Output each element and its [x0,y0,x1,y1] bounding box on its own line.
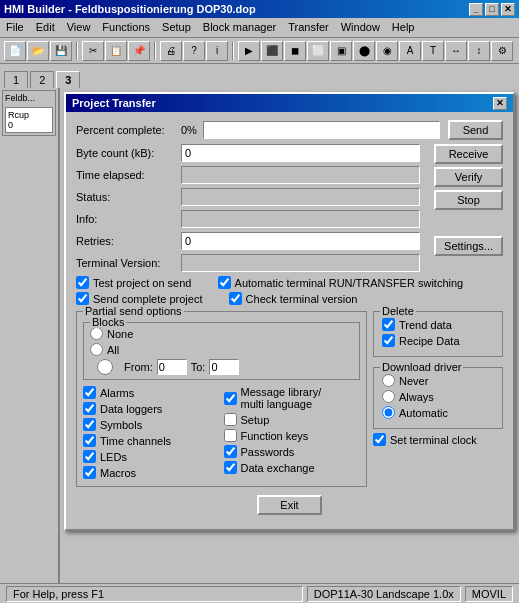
check-send-complete-label: Send complete project [93,293,202,305]
tool3[interactable]: ◼ [284,41,306,61]
set-terminal-clock-checkbox[interactable] [373,433,386,446]
receive-button[interactable]: Receive [434,144,503,164]
set-terminal-clock-label: Set terminal clock [390,434,477,446]
tool10[interactable]: ↔ [445,41,467,61]
from-to-row: From: To: [90,359,353,375]
tool5[interactable]: ▣ [330,41,352,61]
recipe-data-checkbox[interactable] [382,334,395,347]
retries-input[interactable] [181,232,420,250]
send-button[interactable]: Send [448,120,503,140]
to-input[interactable] [209,359,239,375]
check-data-loggers: Data loggers [83,402,220,415]
check-function-keys-input[interactable] [224,429,237,442]
tab-1[interactable]: 1 [4,71,28,88]
exit-button[interactable]: Exit [257,495,322,515]
menu-transfer[interactable]: Transfer [282,20,335,35]
check-leds-input[interactable] [83,450,96,463]
delete-group: Delete Trend data Recipe Data [373,311,503,357]
radio-always[interactable] [382,390,395,403]
save-button[interactable]: 💾 [50,41,72,61]
tab-2[interactable]: 2 [30,71,54,88]
check-alarms-label: Alarms [100,387,134,399]
check-auto-terminal[interactable] [218,276,231,289]
settings-button[interactable]: Settings... [434,236,503,256]
tool12[interactable]: ⚙ [491,41,513,61]
blocks-title: Blocks [90,316,126,328]
to-label: To: [191,361,206,373]
check-time-channels-input[interactable] [83,434,96,447]
retries-label: Retries: [76,235,181,247]
check-symbols-input[interactable] [83,418,96,431]
radio-automatic[interactable] [382,406,395,419]
tool11[interactable]: ↕ [468,41,490,61]
time-elapsed-label: Time elapsed: [76,169,181,181]
check-check-terminal[interactable] [229,292,242,305]
close-button[interactable]: ✕ [501,3,515,16]
dialog-close-button[interactable]: ✕ [493,97,507,110]
check-data-loggers-label: Data loggers [100,403,162,415]
paste-button[interactable]: 📌 [128,41,150,61]
terminal-version-input [181,254,420,272]
check-setup-input[interactable] [224,413,237,426]
byte-count-input[interactable]: 0 [181,144,420,162]
info-input [181,210,420,228]
tool4[interactable]: ⬜ [307,41,329,61]
help-button[interactable]: ? [183,41,205,61]
tool7[interactable]: ◉ [376,41,398,61]
trend-data-checkbox[interactable] [382,318,395,331]
progress-bar-container [203,121,440,139]
menu-view[interactable]: View [61,20,97,35]
minimize-button[interactable]: _ [469,3,483,16]
menu-edit[interactable]: Edit [30,20,61,35]
check-send-complete[interactable] [76,292,89,305]
radio-never-row: Never [382,374,494,387]
check-data-exchange: Data exchange [224,461,361,474]
tab-3[interactable]: 3 [56,71,80,88]
info-button[interactable]: i [206,41,228,61]
check-macros-input[interactable] [83,466,96,479]
radio-none[interactable] [90,327,103,340]
cut-button[interactable]: ✂ [82,41,104,61]
menu-setup[interactable]: Setup [156,20,197,35]
menu-window[interactable]: Window [335,20,386,35]
new-button[interactable]: 📄 [4,41,26,61]
partial-send-group: Partial send options Blocks None All [76,311,367,487]
window-title: HMI Builder - Feldbuspositionierung DOP3… [4,3,256,15]
radio-all-row: All [90,343,353,356]
check-alarms-input[interactable] [83,386,96,399]
check-check-terminal-label: Check terminal version [246,293,358,305]
verify-button[interactable]: Verify [434,167,503,187]
menu-file[interactable]: File [0,20,30,35]
toolbar-separator-2 [154,42,156,60]
movil-status: MOVIL [465,586,513,602]
check-test-project[interactable] [76,276,89,289]
tool2[interactable]: ⬛ [261,41,283,61]
stop-button[interactable]: Stop [434,190,503,210]
radio-always-row: Always [382,390,494,403]
menu-block-manager[interactable]: Block manager [197,20,282,35]
info-label: Info: [76,213,181,225]
open-button[interactable]: 📂 [27,41,49,61]
check-passwords-input[interactable] [224,445,237,458]
tool6[interactable]: ⬤ [353,41,375,61]
copy-button[interactable]: 📋 [105,41,127,61]
blocks-group: Blocks None All From: [83,322,360,380]
tool9[interactable]: T [422,41,444,61]
check-data-exchange-input[interactable] [224,461,237,474]
tool1[interactable]: ▶ [238,41,260,61]
check-message-library-input[interactable] [224,392,237,405]
menu-functions[interactable]: Functions [96,20,156,35]
tool8[interactable]: A [399,41,421,61]
check-data-loggers-input[interactable] [83,402,96,415]
print-button[interactable]: 🖨 [160,41,182,61]
toolbar-separator-1 [76,42,78,60]
radio-all[interactable] [90,343,103,356]
radio-from[interactable] [90,359,120,375]
progress-bar [203,121,440,139]
menu-help[interactable]: Help [386,20,421,35]
check-leds-label: LEDs [100,451,127,463]
time-elapsed-row: Time elapsed: [76,166,420,184]
radio-never[interactable] [382,374,395,387]
maximize-button[interactable]: □ [485,3,499,16]
from-input[interactable] [157,359,187,375]
